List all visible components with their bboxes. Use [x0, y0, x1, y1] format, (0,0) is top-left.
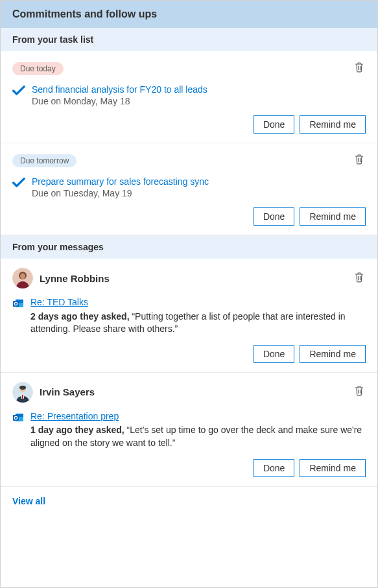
task-title-link[interactable]: Prepare summary for sales forecasting sy… — [32, 176, 366, 187]
trash-icon — [354, 65, 364, 75]
avatar — [12, 268, 33, 288]
done-button[interactable]: Done — [254, 459, 294, 477]
remind-me-button[interactable]: Remind me — [300, 207, 366, 226]
remind-me-button[interactable]: Remind me — [300, 345, 366, 363]
checkmark-icon — [12, 178, 25, 190]
message-item: Irvin Sayers Re: Presentation prep 1 day… — [1, 373, 377, 487]
task-item: Due tomorrow Prepare summary for sales f… — [1, 143, 377, 235]
outlook-icon — [12, 412, 24, 450]
delete-button[interactable] — [353, 270, 366, 287]
trash-icon — [354, 276, 364, 285]
sender-name: Lynne Robbins — [40, 273, 110, 284]
message-section-header: From your messages — [1, 235, 377, 259]
message-item: Lynne Robbins Re: TED Talks 2 days ago t… — [1, 259, 377, 373]
due-badge: Due tomorrow — [12, 154, 77, 167]
done-button[interactable]: Done — [254, 345, 294, 363]
outlook-icon — [12, 298, 24, 336]
done-button[interactable]: Done — [254, 207, 294, 226]
checkmark-icon — [12, 86, 25, 98]
svg-point-2 — [20, 274, 25, 279]
delete-button[interactable] — [353, 384, 366, 400]
sender-name: Irvin Sayers — [40, 386, 95, 397]
message-meta: 2 days ago they asked, — [30, 311, 130, 322]
task-due-text: Due on Monday, May 18 — [32, 96, 366, 106]
svg-rect-13 — [13, 415, 19, 421]
done-button[interactable]: Done — [254, 115, 294, 134]
remind-me-button[interactable]: Remind me — [300, 459, 366, 477]
trash-icon — [354, 389, 364, 399]
task-title-link[interactable]: Send financial analysis for FY20 to all … — [32, 84, 366, 95]
svg-rect-10 — [22, 395, 23, 399]
view-all-link[interactable]: View all — [12, 496, 45, 506]
message-subject-link[interactable]: Re: Presentation prep — [30, 410, 366, 423]
avatar — [12, 382, 33, 403]
svg-rect-5 — [13, 301, 19, 307]
message-meta: 1 day ago they asked, — [30, 425, 124, 435]
delete-button[interactable] — [353, 152, 366, 169]
due-badge: Due today — [12, 62, 64, 75]
message-subject-link[interactable]: Re: TED Talks — [30, 296, 366, 309]
task-item: Due today Send financial analysis for FY… — [1, 51, 377, 143]
card-footer: View all — [1, 487, 377, 515]
remind-me-button[interactable]: Remind me — [300, 115, 366, 134]
task-due-text: Due on Tuesday, May 19 — [32, 188, 366, 198]
card-title: Commitments and follow ups — [1, 1, 377, 28]
trash-icon — [354, 158, 364, 167]
delete-button[interactable] — [353, 60, 366, 76]
task-section-header: From your task list — [1, 28, 377, 51]
